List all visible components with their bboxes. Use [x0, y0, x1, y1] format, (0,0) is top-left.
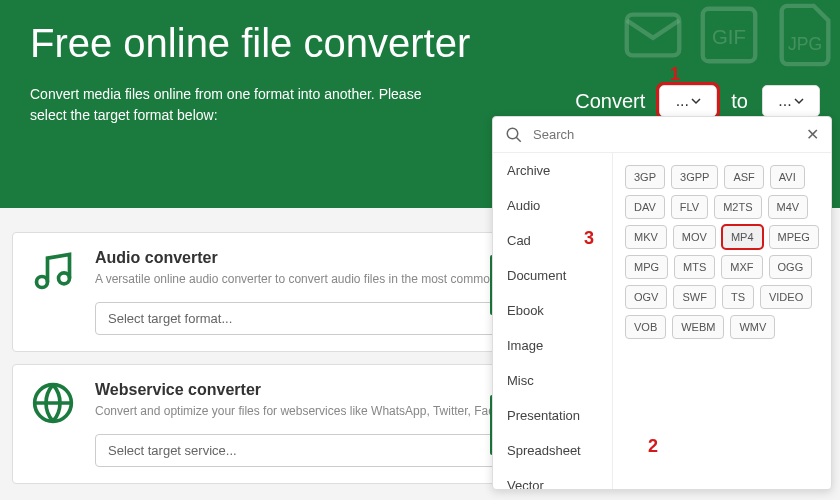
mail-icon [618, 0, 688, 70]
to-label: to [731, 90, 748, 113]
svg-text:JPG: JPG [788, 34, 822, 54]
format-avi[interactable]: AVI [770, 165, 805, 189]
svg-point-7 [507, 128, 518, 139]
category-item-misc[interactable]: Misc [493, 363, 612, 398]
format-ogv[interactable]: OGV [625, 285, 667, 309]
format-mpg[interactable]: MPG [625, 255, 668, 279]
format-ogg[interactable]: OGG [769, 255, 813, 279]
format-dav[interactable]: DAV [625, 195, 665, 219]
category-list: ArchiveAudioCadDocumentEbookImageMiscPre… [493, 153, 613, 489]
to-format-select[interactable]: ... [762, 85, 820, 117]
format-swf[interactable]: SWF [673, 285, 715, 309]
format-mov[interactable]: MOV [673, 225, 716, 249]
chevron-down-icon [794, 96, 804, 106]
music-icon [31, 249, 75, 293]
format-m4v[interactable]: M4V [768, 195, 809, 219]
format-ts[interactable]: TS [722, 285, 754, 309]
format-flv[interactable]: FLV [671, 195, 708, 219]
format-wmv[interactable]: WMV [730, 315, 775, 339]
search-input[interactable] [533, 127, 796, 142]
globe-icon [31, 381, 75, 425]
category-item-presentation[interactable]: Presentation [493, 398, 612, 433]
to-format-value: ... [778, 92, 791, 110]
category-item-ebook[interactable]: Ebook [493, 293, 612, 328]
format-mts[interactable]: MTS [674, 255, 715, 279]
category-item-document[interactable]: Document [493, 258, 612, 293]
from-format-value: ... [676, 92, 689, 110]
svg-rect-0 [627, 15, 680, 56]
category-item-audio[interactable]: Audio [493, 188, 612, 223]
gif-icon: GIF [694, 0, 764, 70]
chevron-down-icon [691, 96, 701, 106]
format-grid: 3GP3GPPASFAVIDAVFLVM2TSM4VMKVMOVMP4MPEGM… [613, 153, 831, 489]
format-asf[interactable]: ASF [724, 165, 763, 189]
jpg-icon: JPG [770, 0, 840, 70]
format-webm[interactable]: WEBM [672, 315, 724, 339]
card-title: Audio converter [95, 249, 218, 267]
category-item-cad[interactable]: Cad [493, 223, 612, 258]
annotation-1: 1 [670, 64, 680, 85]
page-description: Convert media files online from one form… [30, 84, 430, 126]
annotation-2: 2 [648, 436, 658, 457]
annotation-3: 3 [584, 228, 594, 249]
svg-text:GIF: GIF [712, 26, 746, 48]
decorative-icons: GIF JPG [618, 0, 840, 70]
format-mp4[interactable]: MP4 [722, 225, 763, 249]
format-vob[interactable]: VOB [625, 315, 666, 339]
format-mpeg[interactable]: MPEG [769, 225, 819, 249]
convert-label: Convert [575, 90, 645, 113]
category-item-vector[interactable]: Vector [493, 468, 612, 489]
format-mkv[interactable]: MKV [625, 225, 667, 249]
format-3gp[interactable]: 3GP [625, 165, 665, 189]
svg-point-5 [59, 273, 70, 284]
convert-bar: Convert ... to ... [575, 85, 820, 117]
from-format-select[interactable]: ... [659, 85, 717, 117]
card-title: Webservice converter [95, 381, 261, 399]
format-dropdown: ✕ ArchiveAudioCadDocumentEbookImageMiscP… [492, 116, 832, 490]
category-item-archive[interactable]: Archive [493, 153, 612, 188]
select-placeholder: Select target service... [108, 443, 237, 458]
format-3gpp[interactable]: 3GPP [671, 165, 718, 189]
format-video[interactable]: VIDEO [760, 285, 812, 309]
format-mxf[interactable]: MXF [721, 255, 762, 279]
category-item-spreadsheet[interactable]: Spreadsheet [493, 433, 612, 468]
dropdown-header: ✕ [493, 117, 831, 153]
select-placeholder: Select target format... [108, 311, 232, 326]
format-m2ts[interactable]: M2TS [714, 195, 761, 219]
svg-point-4 [37, 277, 48, 288]
category-item-image[interactable]: Image [493, 328, 612, 363]
close-icon[interactable]: ✕ [806, 125, 819, 144]
search-icon [505, 126, 523, 144]
